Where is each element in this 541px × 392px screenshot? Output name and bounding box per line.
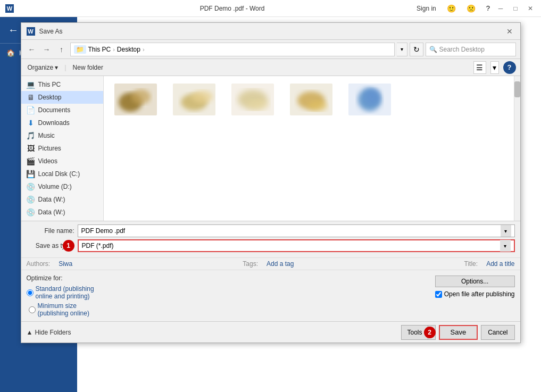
file-item-4[interactable] [285,81,338,120]
dialog-overlay: W Save As ✕ ← → ↑ 📁 This PC › Desktop › … [0,17,541,392]
sidebar-item-downloads[interactable]: ⬇ Downloads [21,116,103,129]
hide-folders-arrow: ▲ [27,329,33,336]
data-w-label: Data (W:) [38,196,65,203]
search-icon: 🔍 [429,46,437,53]
optimize-label: Optimize for: [27,274,94,282]
standard-link[interactable]: Standard (publishing online and printing… [36,285,94,300]
scrollbar[interactable] [514,76,520,221]
file-thumbnail-2 [173,84,215,115]
signin-link[interactable]: Sign in [417,5,436,12]
emoji-frown: 🙁 [467,4,476,13]
sidebar-item-data-w[interactable]: 💿 Data (W:) [21,193,103,206]
metadata-row: Authors: Siwa Tags: Add a tag Title: Add… [21,257,520,270]
options-button[interactable]: Options... [435,276,515,287]
documents-icon: 📄 [27,106,35,114]
nav-back-btn[interactable]: ← [26,43,38,56]
sidebar-item-music[interactable]: 🎵 Music [21,129,103,142]
breadcrumb-thispc[interactable]: This PC [88,46,111,53]
nav-forward-btn[interactable]: → [40,43,53,56]
save-as-dialog: W Save As ✕ ← → ↑ 📁 This PC › Desktop › … [21,22,521,343]
svg-point-2 [131,89,151,104]
volume-d-icon: 💿 [27,182,35,191]
view-btn[interactable]: ☰ [473,61,486,74]
open-file-row: Open file after publishing [435,290,515,298]
sidebar-item-this-pc[interactable]: 💻 This PC [21,78,103,91]
savetype-row: Save as type: 1 PDF (*.pdf) ▾ [27,239,515,252]
music-label: Music [38,132,55,139]
videos-label: Videos [38,157,57,165]
svg-point-5 [192,90,213,103]
volume-d-label: Volume (D:) [38,183,72,190]
sidebar-item-videos[interactable]: 🎬 Videos [21,155,103,168]
authors-value[interactable]: Siwa [59,260,72,268]
sidebar-item-local-disk-c[interactable]: 💾 Local Disk (C:) [21,168,103,180]
filename-input[interactable]: PDF Demo .pdf ▾ [78,224,515,237]
nav-up-btn[interactable]: ↑ [55,43,68,56]
dialog-title-text: Save As [39,28,63,35]
title-bar-text: PDF Demo .pdf - Word [48,5,417,12]
downloads-label: Downloads [38,119,70,127]
search-box[interactable]: 🔍 Search Desktop [426,43,516,56]
filename-dropdown[interactable]: ▾ [501,225,511,237]
hide-folders-label: Hide Folders [35,329,71,336]
help-btn[interactable]: ? [503,61,516,74]
dialog-word-icon: W [27,27,35,36]
svg-point-8 [247,99,269,110]
file-thumbnail-4 [290,84,332,115]
tags-label: Tags: [243,260,258,268]
standard-radio[interactable] [27,289,34,296]
savetype-input[interactable]: PDF (*.pdf) ▾ [78,239,515,252]
file-item-2[interactable] [168,81,221,120]
standard-radio-row: Standard (publishing online and printing… [27,285,94,300]
search-placeholder: Search Desktop [439,46,485,53]
dialog-close-btn[interactable]: ✕ [504,26,515,37]
maximize-btn[interactable]: □ [510,3,521,14]
dialog-content: 💻 This PC 🖥 Desktop 📄 Documents ⬇ Downlo… [21,76,520,221]
minimize-btn[interactable]: ─ [495,3,506,14]
minimum-radio-row: Minimum size (publishing online) [29,302,94,317]
filename-row: File name: PDF Demo .pdf ▾ [27,224,515,237]
data-w2-label: Data (W:) [38,208,65,216]
data-w-icon: 💿 [27,195,35,204]
add-tag-link[interactable]: Add a tag [267,260,294,268]
add-title-link[interactable]: Add a title [486,260,514,268]
sidebar-item-data-w2[interactable]: 💿 Data (W:) [21,206,103,219]
minimum-radio[interactable] [29,306,36,313]
toolbar-separator: | [64,63,66,71]
thispc-label: This PC [38,81,61,88]
breadcrumb-dropdown-btn[interactable]: ▾ [397,43,407,56]
breadcrumb-desktop[interactable]: Desktop [117,46,140,53]
help-btn[interactable]: ? [486,4,490,12]
dialog-actions: ▲ Hide Folders Tools ▾ 2 Save Cancel [21,321,520,343]
file-item-3[interactable] [226,81,279,120]
sidebar-item-volume-d[interactable]: 💿 Volume (D:) [21,180,103,193]
file-browser-area[interactable] [104,76,514,221]
pictures-label: Pictures [38,145,61,152]
title-bar: W PDF Demo .pdf - Word Sign in 🙂 🙁 ? ─ □… [0,0,541,17]
file-item-1[interactable] [109,81,162,120]
close-btn[interactable]: ✕ [525,3,536,14]
save-button[interactable]: Save [439,325,478,340]
options-area: Optimize for: Standard (publishing onlin… [21,270,520,321]
sidebar-item-desktop[interactable]: 🖥 Desktop [21,91,103,104]
savetype-dropdown[interactable]: ▾ [500,240,511,252]
desktop-icon: 🖥 [27,93,35,102]
organize-arrow: ▾ [55,64,58,71]
refresh-btn[interactable]: ↻ [410,43,423,56]
new-folder-btn[interactable]: New folder [71,63,105,72]
hide-folders-btn[interactable]: ▲ Hide Folders [27,329,71,336]
open-file-checkbox[interactable] [435,291,442,298]
file-item-5[interactable] [343,81,396,120]
breadcrumb-sep2: › [143,46,145,53]
view-dropdown-btn[interactable]: ▾ [490,61,499,74]
organize-btn[interactable]: Organize ▾ [26,63,61,72]
downloads-icon: ⬇ [27,119,35,127]
sidebar-item-documents[interactable]: 📄 Documents [21,104,103,116]
file-thumbnail-3 [231,84,274,115]
sidebar-item-pictures[interactable]: 🖼 Pictures [21,142,103,155]
breadcrumb[interactable]: 📁 This PC › Desktop › [70,43,395,56]
dialog-nav: ← → ↑ 📁 This PC › Desktop › ▾ ↻ 🔍 Search… [21,40,520,59]
minimum-link[interactable]: Minimum size (publishing online) [38,302,89,317]
pictures-icon: 🖼 [27,144,35,153]
cancel-button[interactable]: Cancel [481,325,514,340]
